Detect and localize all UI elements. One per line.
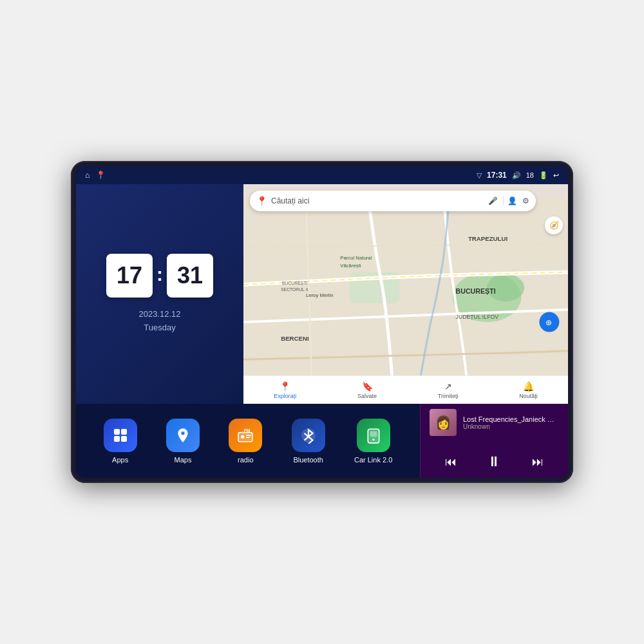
- gps-signal-icon: ▽: [477, 171, 482, 180]
- clock-date: 2023.12.12 Tuesday: [138, 308, 180, 335]
- play-pause-button[interactable]: ⏸: [482, 451, 506, 473]
- svg-text:Văcărești: Văcărești: [340, 263, 361, 269]
- svg-rect-16: [114, 429, 120, 435]
- map-bottom-bar: 📍 Explorați 🔖 Salvate ↗ Trimiteți 🔔: [243, 375, 568, 404]
- svg-text:⊕: ⊕: [545, 318, 552, 327]
- music-text: Lost Frequencies_Janieck Devy-... Unknow…: [463, 415, 559, 430]
- next-button[interactable]: ⏭: [527, 453, 549, 471]
- maps-shortcut-icon[interactable]: 📍: [96, 171, 106, 180]
- svg-text:BUCUREȘTI: BUCUREȘTI: [456, 288, 496, 296]
- apps-label: Apps: [112, 456, 128, 464]
- device: ⌂ 📍 ▽ 17:31 🔊 18 🔋 ↩ 17 :: [71, 161, 573, 483]
- back-button[interactable]: ↩: [553, 171, 559, 180]
- volume-icon: 🔊: [512, 171, 521, 180]
- svg-text:BERCENI: BERCENI: [281, 335, 309, 342]
- time-display: 17:31: [487, 171, 507, 180]
- top-section: 17 : 31 2023.12.12 Tuesday: [76, 184, 568, 404]
- maps-label: Maps: [175, 456, 192, 464]
- device-screen: ⌂ 📍 ▽ 17:31 🔊 18 🔋 ↩ 17 :: [76, 166, 568, 478]
- svg-text:BUCUREȘTI: BUCUREȘTI: [282, 281, 307, 286]
- svg-point-30: [372, 438, 374, 440]
- music-player: 👩 Lost Frequencies_Janieck Devy-... Unkn…: [420, 404, 568, 478]
- music-controls: ⏮ ⏸ ⏭: [430, 451, 559, 473]
- svg-text:SECTORUL 4: SECTORUL 4: [281, 287, 308, 292]
- bottom-section: Apps Maps: [76, 404, 568, 478]
- map-nav-news[interactable]: 🔔 Noutăți: [519, 381, 538, 399]
- app-maps[interactable]: Maps: [166, 419, 200, 464]
- battery-icon: 🔋: [539, 171, 548, 180]
- svg-text:JUDEȚUL ILFOV: JUDEȚUL ILFOV: [456, 314, 499, 320]
- carlink-label: Car Link 2.0: [354, 456, 392, 464]
- svg-point-21: [241, 435, 244, 438]
- search-placeholder: Căutați aici: [271, 196, 309, 205]
- home-icon[interactable]: ⌂: [85, 171, 90, 180]
- svg-rect-18: [114, 436, 120, 442]
- svg-rect-17: [121, 429, 127, 435]
- svg-text:TRAPEZULUI: TRAPEZULUI: [468, 235, 508, 242]
- app-radio[interactable]: FM radio: [229, 419, 262, 464]
- bluetooth-icon: [292, 419, 325, 452]
- radio-label: radio: [238, 456, 253, 464]
- music-info: 👩 Lost Frequencies_Janieck Devy-... Unkn…: [430, 409, 559, 436]
- svg-text:Parcul Natural: Parcul Natural: [340, 255, 372, 261]
- apps-bar: Apps Maps: [76, 404, 420, 478]
- status-right: ▽ 17:31 🔊 18 🔋 ↩: [477, 171, 559, 180]
- apps-icon: [104, 419, 137, 452]
- clock-colon: :: [156, 263, 163, 285]
- music-artist: Unknown: [463, 423, 559, 430]
- bluetooth-label: Bluetooth: [293, 456, 323, 464]
- map-nav-saved[interactable]: 🔖 Salvate: [357, 381, 377, 399]
- map-panel[interactable]: TRAPEZULUI BUCUREȘTI JUDEȚUL ILFOV BERCE…: [243, 184, 568, 404]
- status-bar: ⌂ 📍 ▽ 17:31 🔊 18 🔋 ↩: [76, 166, 568, 184]
- clock-hour: 17: [106, 254, 153, 298]
- map-svg: TRAPEZULUI BUCUREȘTI JUDEȚUL ILFOV BERCE…: [243, 184, 568, 404]
- status-left: ⌂ 📍: [85, 171, 106, 180]
- svg-rect-29: [370, 431, 377, 437]
- map-search-bar[interactable]: 📍 Căutați aici 🎤 👤 ⚙: [250, 191, 536, 211]
- svg-text:Leroy Merlin: Leroy Merlin: [306, 292, 334, 298]
- app-bluetooth[interactable]: Bluetooth: [292, 419, 325, 464]
- clock-panel: 17 : 31 2023.12.12 Tuesday: [76, 184, 243, 404]
- svg-text:FM: FM: [244, 428, 250, 432]
- map-side-controls: 🧭: [545, 216, 563, 234]
- radio-icon: FM: [229, 419, 262, 452]
- clock-display: 17 : 31: [106, 254, 213, 298]
- maps-icon: [166, 419, 200, 452]
- app-apps[interactable]: Apps: [104, 419, 137, 464]
- map-nav-explore[interactable]: 📍 Explorați: [274, 381, 296, 399]
- app-carlink[interactable]: Car Link 2.0: [354, 419, 392, 464]
- clock-minute: 31: [167, 254, 213, 298]
- battery-value: 18: [526, 171, 534, 179]
- svg-rect-19: [121, 436, 127, 442]
- map-compass-btn[interactable]: 🧭: [545, 216, 563, 234]
- map-nav-send[interactable]: ↗ Trimiteți: [438, 381, 459, 399]
- main-area: 17 : 31 2023.12.12 Tuesday: [76, 184, 568, 478]
- map-search-icons: 🎤 👤 ⚙: [488, 196, 529, 205]
- svg-rect-20: [238, 432, 252, 441]
- prev-button[interactable]: ⏮: [440, 453, 462, 471]
- carlink-icon: [357, 419, 390, 452]
- music-title: Lost Frequencies_Janieck Devy-...: [463, 415, 559, 423]
- music-thumbnail: 👩: [430, 409, 457, 436]
